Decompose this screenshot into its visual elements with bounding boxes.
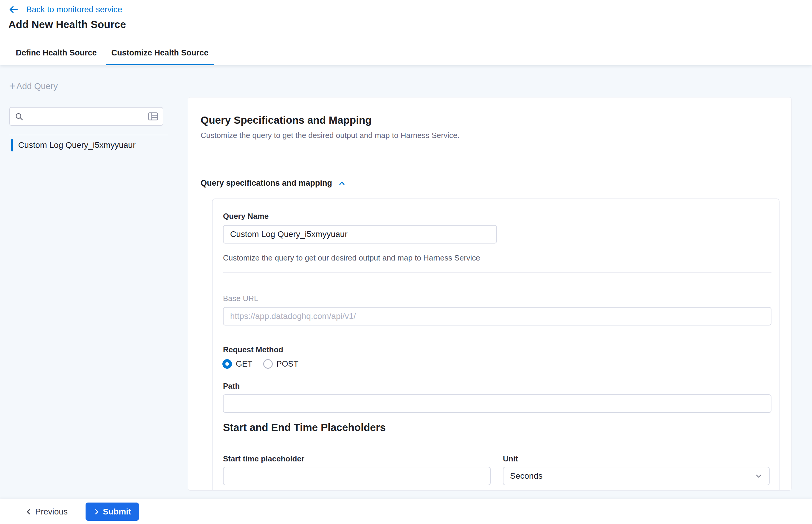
back-arrow-icon xyxy=(9,4,19,15)
panel-title: Query Specifications and Mapping xyxy=(200,114,372,126)
previous-button[interactable]: Previous xyxy=(25,507,68,517)
radio-get[interactable] xyxy=(222,359,232,369)
start-time-field-label: Start time placeholder xyxy=(223,454,304,463)
unit-select-value: Seconds xyxy=(510,471,542,481)
path-field-label: Path xyxy=(223,381,240,391)
sidebar-divider xyxy=(9,135,168,135)
path-input[interactable] xyxy=(223,394,772,413)
start-time-input[interactable] xyxy=(223,467,491,485)
panel-subtitle: Customize the query to get the desired o… xyxy=(200,131,460,140)
chevron-left-icon xyxy=(25,508,32,515)
unit-select[interactable]: Seconds xyxy=(503,467,770,485)
query-name-helper-text: Customize the query to get our desired o… xyxy=(223,253,480,263)
submit-button-label: Submit xyxy=(103,507,131,517)
tab-customize-health-source[interactable]: Customize Health Source xyxy=(106,48,214,65)
unit-field-label: Unit xyxy=(503,454,518,463)
query-name-input[interactable] xyxy=(223,225,497,244)
chevron-up-icon[interactable] xyxy=(338,179,346,188)
tab-define-health-source[interactable]: Define Health Source xyxy=(16,48,97,65)
request-method-radio-group: GET POST xyxy=(222,359,298,369)
query-search-box xyxy=(9,107,163,126)
back-link[interactable]: Back to monitored service xyxy=(9,4,122,15)
query-item-label: Custom Log Query_i5xmyyuaur xyxy=(18,141,136,150)
request-method-label: Request Method xyxy=(223,345,283,355)
section-collapse-toggle[interactable]: Query specifications and mapping xyxy=(200,179,346,188)
selected-indicator xyxy=(11,139,13,151)
add-query-button[interactable]: + Add Query xyxy=(9,81,58,92)
plus-icon: + xyxy=(9,81,16,92)
content-area: + Add Query Custom Log Query_i5xmyyuaur xyxy=(0,65,812,499)
previous-button-label: Previous xyxy=(35,507,68,517)
page-title: Add New Health Source xyxy=(9,18,126,30)
search-icon xyxy=(15,112,23,121)
search-input[interactable] xyxy=(27,112,145,121)
add-health-source-page: Back to monitored service Add New Health… xyxy=(0,0,812,524)
query-name-field-label: Query Name xyxy=(223,212,269,221)
add-query-label: Add Query xyxy=(16,81,58,91)
radio-post-label: POST xyxy=(277,359,299,369)
back-link-label: Back to monitored service xyxy=(26,5,122,14)
form-divider xyxy=(223,273,772,273)
chevron-right-icon xyxy=(93,508,100,515)
query-mapping-panel: Query Specifications and Mapping Customi… xyxy=(188,97,792,491)
footer-bar: Previous Submit xyxy=(0,499,812,524)
page-header: Back to monitored service Add New Health… xyxy=(0,0,812,65)
tab-bar: Define Health Source Customize Health So… xyxy=(16,48,208,65)
query-list-item[interactable]: Custom Log Query_i5xmyyuaur xyxy=(11,138,136,153)
section-title: Query specifications and mapping xyxy=(200,179,332,188)
base-url-input[interactable] xyxy=(223,307,772,326)
radio-post[interactable] xyxy=(263,359,273,369)
placeholders-heading: Start and End Time Placeholders xyxy=(223,422,386,433)
panel-header: Query Specifications and Mapping Customi… xyxy=(188,97,792,152)
submit-button[interactable]: Submit xyxy=(85,503,139,521)
base-url-field-label: Base URL xyxy=(223,294,258,303)
radio-get-label: GET xyxy=(236,359,253,369)
chevron-down-icon xyxy=(755,472,763,480)
query-form: Query Name Customize the query to get ou… xyxy=(212,198,780,491)
list-toggle-icon[interactable] xyxy=(148,112,158,120)
